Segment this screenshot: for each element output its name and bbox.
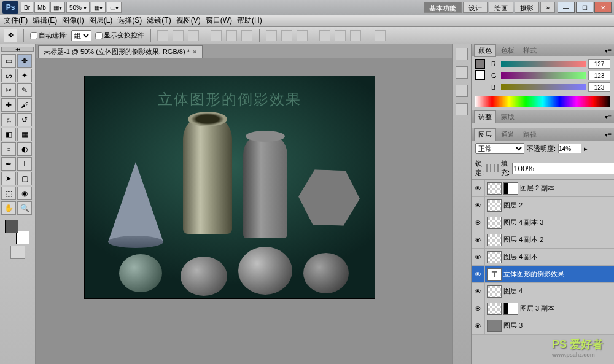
visibility-icon[interactable]: 👁 <box>473 235 483 245</box>
distribute-hcenter-icon[interactable] <box>335 30 346 41</box>
menu-file[interactable]: 文件(F) <box>4 15 28 26</box>
blend-mode-select[interactable]: 正常 <box>475 143 524 154</box>
visibility-icon[interactable]: 👁 <box>473 304 483 314</box>
heal-tool-icon[interactable]: ✚ <box>1 98 16 112</box>
blue-value[interactable] <box>588 82 610 92</box>
visibility-icon[interactable]: 👁 <box>473 321 483 331</box>
brush-panel-icon[interactable] <box>456 85 468 97</box>
wand-tool-icon[interactable]: ✦ <box>17 69 32 82</box>
blue-slider[interactable] <box>501 84 586 90</box>
green-slider[interactable] <box>501 72 586 79</box>
move-tool-icon[interactable]: ✥ <box>17 54 32 68</box>
current-tool-icon[interactable]: ✥ <box>4 29 17 42</box>
eraser-tool-icon[interactable]: ◧ <box>1 128 16 141</box>
crop-tool-icon[interactable]: ✂ <box>1 83 16 97</box>
panel-menu-icon[interactable]: ▾≡ <box>605 131 612 138</box>
auto-select-type[interactable]: 组 <box>71 30 91 41</box>
green-value[interactable] <box>588 71 610 80</box>
minibridge-button[interactable]: Mb <box>34 2 49 13</box>
workspace-essentials[interactable]: 基本功能 <box>424 2 462 13</box>
visibility-icon[interactable]: 👁 <box>473 218 483 228</box>
distribute-vcenter-icon[interactable] <box>281 30 292 41</box>
tab-styles[interactable]: 样式 <box>519 45 540 56</box>
layer-row[interactable]: 👁T立体图形的倒影效果 <box>472 266 614 283</box>
clone-panel-icon[interactable] <box>456 103 468 115</box>
workspace-design[interactable]: 设计 <box>463 2 488 13</box>
layer-row[interactable]: 👁图层 4 副本 3 <box>472 214 614 231</box>
visibility-icon[interactable]: 👁 <box>473 252 483 262</box>
history-brush-icon[interactable]: ↺ <box>17 113 32 126</box>
align-top-icon[interactable] <box>157 30 168 41</box>
menu-select[interactable]: 选择(S) <box>117 15 142 26</box>
menu-filter[interactable]: 滤镜(T) <box>147 15 171 26</box>
lock-transparency-icon[interactable] <box>486 164 488 172</box>
distribute-bottom-icon[interactable] <box>297 30 308 41</box>
panel-menu-icon[interactable]: ▾≡ <box>605 114 612 120</box>
distribute-left-icon[interactable] <box>319 30 330 41</box>
close-button[interactable]: ✕ <box>594 2 612 13</box>
layer-row[interactable]: 👁图层 4 <box>472 283 614 300</box>
document-tab[interactable]: 未标题-1 @ 50% (立体图形的倒影效果, RGB/8) *✕ <box>38 45 203 58</box>
tab-swatches[interactable]: 色板 <box>497 45 518 56</box>
lock-position-icon[interactable] <box>494 164 495 172</box>
fill-input[interactable] <box>512 163 614 174</box>
arrange-button[interactable]: ▦▾ <box>91 2 106 13</box>
canvas[interactable]: 立体图形的倒影效果 <box>36 58 452 364</box>
menu-image[interactable]: 图像(I) <box>62 15 84 26</box>
lasso-tool-icon[interactable]: ᔕ <box>1 69 16 82</box>
zoom-tool-icon[interactable]: 🔍 <box>17 201 32 215</box>
tab-adjustments[interactable]: 调整 <box>474 110 496 123</box>
marquee-tool-icon[interactable]: ▭ <box>1 54 16 68</box>
screen-mode-button[interactable]: ▭▾ <box>107 2 122 13</box>
visibility-icon[interactable]: 👁 <box>473 201 483 211</box>
align-left-icon[interactable] <box>211 30 222 41</box>
minimize-button[interactable]: — <box>558 2 575 13</box>
view-extras-button[interactable]: ▦▾ <box>50 2 65 13</box>
tab-layers[interactable]: 图层 <box>474 128 496 141</box>
tab-channels[interactable]: 通道 <box>497 129 518 141</box>
brush-tool-icon[interactable]: 🖌 <box>17 98 32 112</box>
path-select-icon[interactable]: ➤ <box>1 172 16 185</box>
distribute-right-icon[interactable] <box>350 30 361 41</box>
align-bottom-icon[interactable] <box>188 30 199 41</box>
red-slider[interactable] <box>501 61 586 67</box>
red-value[interactable] <box>588 59 610 69</box>
3d-tool-icon[interactable]: ⬚ <box>1 187 16 200</box>
camera-tool-icon[interactable]: ◉ <box>17 187 32 200</box>
lock-all-icon[interactable] <box>497 164 499 172</box>
visibility-icon[interactable]: 👁 <box>473 287 483 296</box>
tab-masks[interactable]: 蒙版 <box>497 111 518 123</box>
pen-tool-icon[interactable]: ✒ <box>1 157 16 171</box>
tab-color[interactable]: 颜色 <box>474 44 496 57</box>
layer-row[interactable]: 👁图层 2 <box>472 197 614 214</box>
quickmask-icon[interactable] <box>10 246 25 259</box>
auto-select-checkbox[interactable]: 自动选择: <box>30 31 68 40</box>
menu-layer[interactable]: 图层(L) <box>89 15 113 26</box>
align-right-icon[interactable] <box>241 30 252 41</box>
workspace-photography[interactable]: 摄影 <box>515 2 539 13</box>
layer-row[interactable]: 👁图层 4 副本 <box>472 249 614 266</box>
opacity-input[interactable] <box>558 144 581 153</box>
menu-edit[interactable]: 编辑(E) <box>33 15 57 26</box>
color-swatch[interactable] <box>5 220 29 244</box>
align-hcenter-icon[interactable] <box>226 30 237 41</box>
fg-color-swatch[interactable] <box>475 59 485 69</box>
bg-color-swatch[interactable] <box>475 70 485 80</box>
menu-window[interactable]: 窗口(W) <box>206 15 232 26</box>
history-panel-icon[interactable] <box>456 48 468 60</box>
layer-list[interactable]: 👁图层 2 副本👁图层 2👁图层 4 副本 3👁图层 4 副本 2👁图层 4 副… <box>472 180 614 335</box>
lock-pixels-icon[interactable] <box>490 164 491 172</box>
gradient-tool-icon[interactable]: ▦ <box>17 128 32 141</box>
zoom-level-button[interactable]: 50% ▾ <box>66 2 90 13</box>
layer-row[interactable]: 👁图层 4 副本 2 <box>472 231 614 249</box>
show-transform-checkbox[interactable]: 显示变换控件 <box>95 31 144 40</box>
layer-row[interactable]: 👁图层 3 副本 <box>472 300 614 317</box>
visibility-icon[interactable]: 👁 <box>473 269 483 279</box>
tab-paths[interactable]: 路径 <box>519 129 540 141</box>
blur-tool-icon[interactable]: ○ <box>1 142 16 156</box>
align-vcenter-icon[interactable] <box>173 30 184 41</box>
menu-view[interactable]: 视图(V) <box>176 15 201 26</box>
collapse-toolbox-icon[interactable]: ◂◂ <box>1 47 34 52</box>
shape-tool-icon[interactable]: ▢ <box>17 172 32 185</box>
workspace-painting[interactable]: 绘画 <box>489 2 513 13</box>
